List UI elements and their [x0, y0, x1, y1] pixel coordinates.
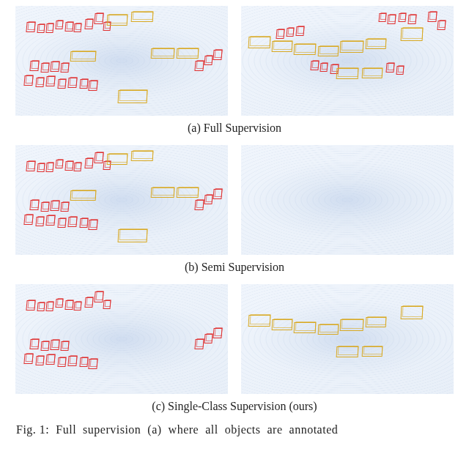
bbox-vehicle	[362, 68, 383, 78]
bbox-pedestrian	[73, 163, 81, 171]
lidar-background	[241, 145, 454, 255]
bbox-pedestrian	[437, 21, 446, 30]
bbox-pedestrian	[67, 78, 77, 88]
bbox-vehicle	[248, 315, 271, 327]
bbox-vehicle	[272, 41, 293, 52]
caption-c: (c) Single-Class Supervision (ours)	[13, 400, 456, 413]
bbox-pedestrian	[45, 23, 53, 33]
row-single-class-supervision	[13, 284, 456, 394]
bbox-vehicle	[336, 68, 359, 79]
bbox-pedestrian	[29, 339, 39, 349]
row-semi-supervision	[13, 145, 456, 255]
bbox-vehicle	[318, 46, 339, 56]
panel-c-left	[15, 284, 228, 394]
bbox-pedestrian	[84, 19, 93, 29]
bbox-pedestrian	[50, 201, 59, 211]
bbox-vehicle	[336, 346, 359, 357]
bbox-pedestrian	[40, 202, 49, 212]
bbox-pedestrian	[320, 63, 328, 72]
bbox-pedestrian	[79, 218, 88, 228]
bbox-pedestrian	[57, 218, 66, 228]
bbox-pedestrian	[310, 61, 319, 70]
figure-caption: Fig. 1: Full supervision (a) where all o…	[13, 423, 456, 436]
bbox-pedestrian	[29, 200, 39, 210]
lidar-background	[241, 284, 454, 394]
caption-b: (b) Semi Supervision	[13, 261, 456, 274]
bbox-pedestrian	[213, 189, 222, 199]
bbox-pedestrian	[67, 356, 77, 366]
bbox-vehicle	[318, 324, 339, 335]
bbox-pedestrian	[204, 334, 213, 343]
bbox-pedestrian	[40, 341, 49, 351]
bbox-pedestrian	[398, 13, 406, 22]
bbox-vehicle	[151, 187, 175, 198]
bbox-pedestrian	[55, 299, 63, 308]
bbox-pedestrian	[40, 63, 49, 72]
bbox-vehicle	[366, 317, 387, 327]
bbox-pedestrian	[23, 75, 33, 86]
bbox-pedestrian	[35, 356, 44, 365]
bbox-pedestrian	[407, 15, 416, 24]
bbox-pedestrian	[64, 300, 73, 310]
bbox-pedestrian	[84, 158, 93, 168]
bbox-vehicle	[401, 28, 424, 41]
bbox-vehicle	[340, 319, 364, 331]
caption-a: (a) Full Supervision	[13, 122, 456, 135]
panel-c-right	[241, 284, 454, 394]
bbox-vehicle	[294, 44, 317, 55]
bbox-pedestrian	[94, 291, 103, 302]
bbox-pedestrian	[26, 300, 35, 310]
bbox-pedestrian	[29, 61, 39, 71]
bbox-pedestrian	[60, 63, 69, 72]
bbox-vehicle	[294, 322, 317, 333]
bbox-pedestrian	[73, 23, 81, 32]
bbox-pedestrian	[23, 215, 33, 225]
bbox-pedestrian	[45, 215, 55, 226]
bbox-pedestrian	[60, 341, 69, 351]
bbox-pedestrian	[57, 79, 66, 89]
bbox-pedestrian	[55, 21, 63, 29]
lidar-background	[241, 6, 454, 116]
bbox-pedestrian	[64, 161, 73, 171]
bbox-pedestrian	[60, 202, 69, 212]
bbox-vehicle	[118, 229, 148, 242]
bbox-pedestrian	[378, 13, 386, 22]
panel-b-right	[241, 145, 454, 255]
bbox-pedestrian	[204, 56, 213, 65]
bbox-vehicle	[151, 48, 175, 59]
bbox-pedestrian	[88, 359, 97, 369]
bbox-pedestrian	[35, 217, 44, 226]
bbox-vehicle	[131, 151, 154, 161]
bbox-vehicle	[118, 90, 148, 103]
bbox-pedestrian	[35, 78, 44, 87]
bbox-pedestrian	[295, 26, 304, 36]
bbox-vehicle	[70, 190, 97, 201]
bbox-pedestrian	[94, 152, 103, 163]
bbox-vehicle	[70, 51, 97, 62]
bbox-pedestrian	[37, 302, 45, 311]
bbox-pedestrian	[385, 63, 394, 72]
bbox-vehicle	[248, 37, 271, 48]
bbox-vehicle	[107, 154, 128, 165]
bbox-pedestrian	[45, 163, 53, 172]
bbox-pedestrian	[213, 328, 222, 338]
bbox-pedestrian	[103, 300, 111, 309]
bbox-pedestrian	[23, 354, 33, 364]
panel-a-right	[241, 6, 454, 116]
bbox-pedestrian	[286, 28, 294, 37]
bbox-vehicle	[340, 41, 364, 53]
bbox-pedestrian	[26, 22, 35, 32]
bbox-pedestrian	[50, 340, 59, 350]
bbox-pedestrian	[94, 13, 103, 24]
panel-b-left	[15, 145, 228, 255]
bbox-pedestrian	[37, 24, 45, 33]
bbox-pedestrian	[64, 22, 73, 31]
bbox-vehicle	[107, 15, 128, 26]
bbox-pedestrian	[73, 302, 81, 310]
bbox-pedestrian	[213, 50, 222, 60]
bbox-pedestrian	[194, 339, 204, 349]
bbox-vehicle	[177, 48, 199, 59]
bbox-vehicle	[366, 39, 387, 49]
bbox-pedestrian	[57, 357, 66, 367]
bbox-pedestrian	[50, 62, 59, 72]
